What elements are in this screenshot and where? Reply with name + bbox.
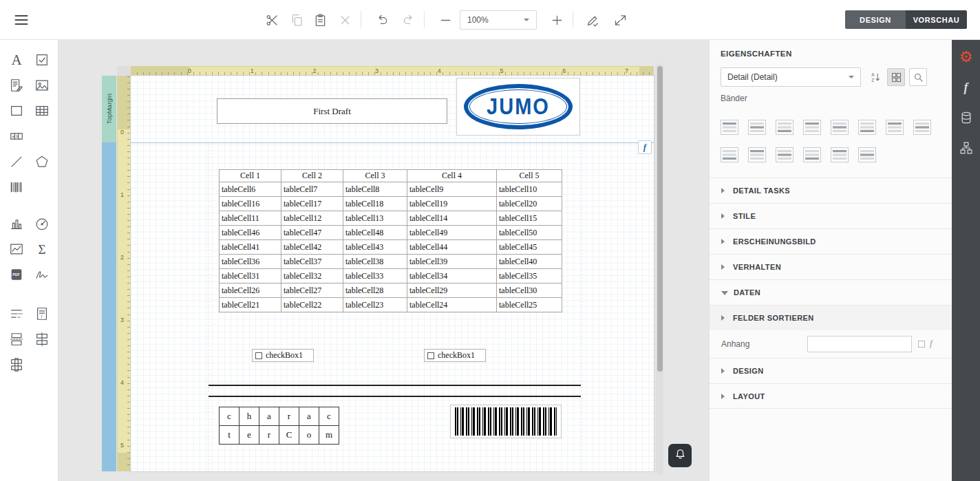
signature-tool[interactable] (32, 264, 52, 285)
element-selector[interactable]: Detail (Detail) (721, 67, 861, 87)
table-cell[interactable]: tableCell17 (281, 197, 343, 211)
table-cell[interactable]: tableCell33 (343, 269, 407, 284)
structure-icon[interactable] (955, 136, 978, 160)
section-felder-sortieren[interactable]: FELDER SORTIEREN (710, 305, 952, 330)
detail-band-icon[interactable] (829, 118, 850, 136)
report-header-band-icon[interactable] (747, 118, 767, 136)
table-cell[interactable]: tableCell48 (343, 226, 407, 240)
group-header-band-icon[interactable] (802, 118, 822, 136)
comb-cell[interactable]: t (220, 426, 239, 445)
search-icon[interactable] (909, 68, 927, 86)
section-verhalten[interactable]: VERHALTEN (710, 254, 952, 279)
table-cell[interactable]: tableCell50 (497, 226, 562, 240)
design-tab[interactable]: DESIGN (845, 10, 906, 29)
checkbox-icon[interactable] (918, 341, 925, 348)
table-cell[interactable]: tableCell37 (281, 255, 343, 269)
table-cell[interactable]: tableCell10 (497, 182, 562, 197)
gear-icon[interactable]: ⚙ (955, 45, 978, 69)
table-cell[interactable]: tableCell46 (220, 226, 281, 240)
table-cell[interactable]: tableCell24 (407, 298, 497, 312)
table-header-cell[interactable]: Cell 1 (220, 170, 281, 182)
zoom-out-icon[interactable] (435, 10, 456, 30)
shape-tool[interactable] (32, 151, 52, 172)
charcomb-tool[interactable]: ab (6, 126, 27, 147)
table-cell[interactable]: tableCell16 (220, 197, 281, 211)
band-topmargin[interactable]: TopMargin (102, 76, 116, 142)
table-cell[interactable]: tableCell9 (407, 182, 497, 197)
table-cell[interactable]: tableCell29 (407, 284, 497, 298)
table-cell[interactable]: tableCell23 (343, 298, 407, 312)
table-header-cell[interactable]: Cell 2 (281, 170, 343, 182)
table-cell[interactable]: tableCell35 (497, 269, 562, 284)
fx-icon[interactable]: f (638, 140, 652, 154)
anhang-input[interactable] (807, 336, 912, 352)
crossline-tool[interactable] (32, 329, 52, 350)
paste-icon[interactable] (310, 10, 330, 30)
comb-cell[interactable]: h (239, 407, 259, 426)
vertical-total-band-icon[interactable] (912, 118, 933, 136)
pagebreak-tool[interactable] (6, 329, 27, 350)
comb-cell[interactable]: e (239, 426, 259, 445)
table-cell[interactable]: tableCell38 (343, 255, 407, 269)
gauge-tool[interactable] (32, 213, 52, 234)
comb-cell[interactable]: o (299, 426, 319, 445)
table-header-cell[interactable]: Cell 3 (343, 170, 407, 182)
crossbox-tool[interactable] (6, 354, 27, 375)
section-erscheinungsbild[interactable]: ERSCHEINUNGSBILD (710, 228, 952, 254)
table-cell[interactable]: tableCell42 (281, 240, 343, 255)
comb-cell[interactable]: c (319, 407, 339, 426)
character-comb-element[interactable]: characterCom (219, 407, 339, 445)
table-cell[interactable]: tableCell13 (343, 211, 407, 226)
bottom-margin-band-icon[interactable] (802, 146, 822, 164)
table-cell[interactable]: tableCell19 (407, 197, 497, 211)
toc-tool[interactable] (6, 303, 27, 324)
table-cell[interactable]: tableCell47 (281, 226, 343, 240)
panel-tool[interactable] (6, 100, 27, 121)
top-margin-band-icon[interactable] (719, 118, 740, 136)
table-cell[interactable]: tableCell14 (407, 211, 497, 226)
comb-cell[interactable]: c (220, 407, 239, 426)
table-tool[interactable] (32, 100, 52, 121)
group-footer-band-icon[interactable] (719, 146, 740, 164)
design-table[interactable]: Cell 1Cell 2Cell 3Cell 4Cell 5tableCell6… (219, 169, 562, 312)
report-page[interactable]: f First Draft JUMO Cell 1Cell 2Cell 3Cel… (131, 76, 654, 471)
table-cell[interactable]: tableCell28 (343, 284, 407, 298)
page-footer-band-icon[interactable] (774, 146, 795, 164)
section-daten[interactable]: DATEN (710, 279, 952, 305)
table-cell[interactable]: tableCell45 (497, 240, 562, 255)
comb-cell[interactable]: m (319, 426, 339, 445)
checkbox-element[interactable]: checkBox1 (424, 349, 486, 362)
barcode-element[interactable] (450, 405, 562, 438)
table-cell[interactable]: tableCell27 (281, 284, 343, 298)
band-view-icon[interactable] (887, 68, 905, 86)
vertical-detail-band-icon[interactable] (884, 118, 905, 136)
canvas-scrollbar[interactable] (656, 63, 663, 475)
comb-cell[interactable]: C (279, 426, 299, 445)
table-cell[interactable]: tableCell11 (220, 211, 281, 226)
line-element[interactable] (209, 385, 581, 386)
logo-jumo[interactable]: JUMO (456, 78, 580, 136)
richtext-tool[interactable] (6, 75, 27, 96)
section-design[interactable]: DESIGN (710, 358, 952, 383)
pageinfo-tool[interactable]: i (32, 303, 52, 324)
scrollbar-thumb[interactable] (657, 66, 663, 372)
pivot-tool[interactable]: Σ (32, 239, 52, 259)
band-detail[interactable] (102, 142, 116, 471)
vertical-header-band-icon[interactable] (857, 118, 877, 136)
table-header-cell[interactable]: Cell 4 (407, 170, 497, 182)
checkbox-element[interactable]: checkBox1 (252, 349, 314, 362)
picture-tool[interactable] (32, 75, 52, 96)
table-cell[interactable]: tableCell8 (343, 182, 407, 197)
sparkline-tool[interactable] (6, 239, 27, 259)
section-stile[interactable]: STILE (710, 203, 952, 228)
sub-band-icon[interactable] (829, 146, 850, 164)
menu-icon[interactable] (11, 10, 32, 30)
comb-cell[interactable]: r (259, 426, 279, 445)
zoom-select[interactable]: 100% (460, 10, 537, 30)
line-tool[interactable] (6, 151, 27, 172)
table-cell[interactable]: tableCell25 (497, 298, 562, 312)
table-cell[interactable]: tableCell40 (497, 255, 562, 269)
expressions-icon[interactable]: f (955, 76, 978, 99)
fx-icon[interactable]: f (930, 338, 933, 349)
checkbox-tool[interactable] (32, 50, 52, 70)
